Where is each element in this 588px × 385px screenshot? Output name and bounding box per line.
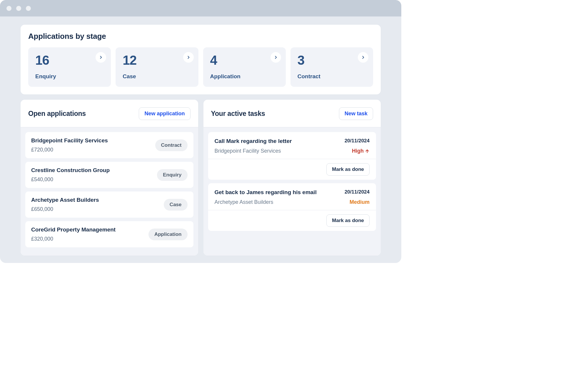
- titlebar: [0, 0, 401, 16]
- stage-card-application[interactable]: 4 Application: [203, 47, 286, 87]
- open-applications-title: Open applications: [28, 110, 86, 118]
- open-applications-list[interactable]: Bridgepoint Facility Services £720,000 C…: [21, 127, 198, 256]
- active-tasks-panel: Your active tasks New task Call Mark reg…: [203, 100, 381, 256]
- chevron-right-icon: [270, 52, 281, 63]
- stage-label: Enquiry: [35, 73, 104, 80]
- application-stage-pill: Enquiry: [157, 169, 187, 181]
- window-control-dot[interactable]: [6, 6, 11, 11]
- application-item[interactable]: Crestline Construction Group £540,000 En…: [25, 162, 193, 188]
- task-title: Get back to James regarding his email: [215, 189, 317, 196]
- application-stage-pill: Contract: [155, 139, 188, 151]
- chevron-right-icon: [358, 52, 368, 63]
- stage-card-enquiry[interactable]: 16 Enquiry: [28, 47, 111, 87]
- stage-label: Application: [210, 73, 279, 80]
- stage-label: Case: [123, 73, 191, 80]
- application-item[interactable]: Bridgepoint Facility Services £720,000 C…: [25, 132, 193, 158]
- application-name: Crestline Construction Group: [31, 167, 110, 174]
- stage-count: 4: [210, 54, 279, 67]
- mark-as-done-button[interactable]: Mark as done: [326, 163, 370, 176]
- new-application-button[interactable]: New application: [139, 107, 190, 120]
- open-applications-panel: Open applications New application Bridge…: [21, 100, 198, 256]
- window-control-dot[interactable]: [16, 6, 21, 11]
- stages-title: Applications by stage: [28, 32, 373, 41]
- application-name: CoreGrid Property Management: [31, 226, 116, 233]
- application-amount: £720,000: [31, 147, 108, 153]
- task-title: Call Mark regarding the letter: [215, 138, 292, 144]
- stage-count: 16: [35, 54, 104, 67]
- task-item[interactable]: Call Mark regarding the letter 20/11/202…: [208, 132, 376, 180]
- application-item[interactable]: CoreGrid Property Management £320,000 Ap…: [25, 221, 193, 247]
- mark-as-done-button[interactable]: Mark as done: [326, 214, 370, 227]
- application-name: Bridgepoint Facility Services: [31, 137, 108, 144]
- task-date: 20/11/2024: [345, 138, 370, 144]
- application-name: Archetype Asset Builders: [31, 197, 99, 203]
- stage-label: Contract: [298, 73, 366, 80]
- application-stage-pill: Case: [164, 199, 188, 211]
- new-task-button[interactable]: New task: [339, 107, 373, 120]
- application-stage-pill: Application: [148, 229, 188, 240]
- chevron-right-icon: [183, 52, 194, 63]
- arrow-up-icon: [365, 149, 370, 154]
- stage-count: 12: [123, 54, 191, 67]
- stage-card-contract[interactable]: 3 Contract: [290, 47, 373, 87]
- task-priority: High: [352, 148, 370, 154]
- stage-count: 3: [298, 54, 366, 67]
- task-org: Bridgepoint Facility Services: [215, 148, 281, 154]
- chevron-right-icon: [96, 52, 106, 63]
- task-org: Archetype Asset Builders: [215, 199, 273, 205]
- task-item[interactable]: Get back to James regarding his email 20…: [208, 183, 376, 231]
- window-control-dot[interactable]: [26, 6, 31, 11]
- task-priority: Medium: [350, 199, 370, 205]
- application-amount: £320,000: [31, 236, 116, 242]
- active-tasks-title: Your active tasks: [211, 110, 265, 118]
- application-amount: £650,000: [31, 206, 99, 212]
- app-window: Applications by stage 16 Enquiry 12 Case: [0, 0, 401, 263]
- stage-card-case[interactable]: 12 Case: [116, 47, 198, 87]
- active-tasks-list[interactable]: Call Mark regarding the letter 20/11/202…: [203, 127, 381, 256]
- applications-by-stage-panel: Applications by stage 16 Enquiry 12 Case: [21, 25, 381, 94]
- application-item[interactable]: Archetype Asset Builders £650,000 Case: [25, 191, 193, 218]
- task-date: 20/11/2024: [345, 189, 370, 195]
- application-amount: £540,000: [31, 176, 110, 183]
